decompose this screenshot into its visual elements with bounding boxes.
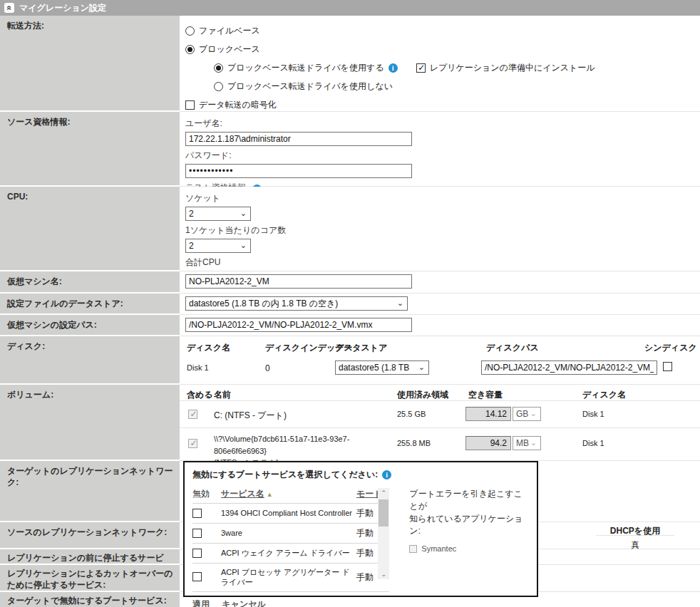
credentials-content: ユーザ名: パスワード: テスト資格情報 i xyxy=(180,112,700,187)
no-driver-label: ブロックベース転送ドライバを使用しない xyxy=(227,81,393,93)
no-driver-radio[interactable] xyxy=(214,82,223,91)
vm-config-path-input[interactable] xyxy=(185,318,412,332)
vol-col-disk: ディスク名 xyxy=(582,389,626,401)
page-title: マイグレーション設定 xyxy=(19,2,106,14)
label-services-stop-before-replication: レプリケーションの前に停止するサービス: xyxy=(0,549,180,565)
use-driver-info-icon[interactable]: i xyxy=(388,63,398,73)
label-boot-services-disable-target: ターゲットで無効にするブートサービス: xyxy=(0,592,180,607)
label-disk: ディスク: xyxy=(0,336,180,385)
disk-datastore-select[interactable]: datastore5 (1.8 TB⌄ xyxy=(335,360,429,375)
service-name: ACPI ウェイク アラーム ドライバー xyxy=(221,548,356,558)
volume-free-input[interactable]: 14.12 xyxy=(465,407,511,421)
disk-col-thin: シンディスク xyxy=(644,342,697,354)
volume-include-checkbox xyxy=(188,410,197,419)
label-vm-name: 仮想マシン名: xyxy=(0,271,180,294)
install-during-prep-label: レプリケーションの準備中にインストール xyxy=(430,62,595,74)
service-row: ACPI ウェイク アラーム ドライバー 手動 xyxy=(192,543,389,563)
dialog-title-info-icon[interactable]: i xyxy=(382,470,391,479)
service-disable-checkbox[interactable] xyxy=(192,529,202,538)
disk-col-name: ディスク名 xyxy=(187,342,230,354)
cpu-content: ソケット 2⌄ 1ソケット当たりのコア数 2⌄ 合計CPU 4 xyxy=(180,187,700,271)
cores-value: 2 xyxy=(189,241,194,251)
label-target-replication-network: ターゲットのレプリケーションネットワーク: xyxy=(0,461,180,522)
vol-col-name: 名前 xyxy=(214,389,231,401)
vol-col-free: 空き容量 xyxy=(468,389,503,401)
collapse-section-icon[interactable]: « xyxy=(4,3,14,13)
symantec-label: Symantec xyxy=(421,544,456,555)
label-source-credentials: ソース資格情報: xyxy=(0,112,180,187)
service-name: ACPI プロセッサ アグリゲーター ドライバー xyxy=(221,567,356,588)
disk-row: Disk 1 0 datastore5 (1.8 TB⌄ xyxy=(180,353,700,382)
use-driver-radio[interactable] xyxy=(214,63,223,73)
service-disable-checkbox[interactable] xyxy=(192,509,202,518)
migration-settings-page: « マイグレーション設定 転送方法: ファイルベース ブロックベース ブロックベ… xyxy=(0,0,700,607)
block-based-radio[interactable] xyxy=(185,45,195,54)
dialog-title: 無効にするブートサービスを選択してください: xyxy=(192,469,378,481)
disk-table: ディスク名 ディスクインデックス データストア ディスクパス シンディスク Di… xyxy=(180,336,700,385)
scrollbar-thumb[interactable] xyxy=(379,499,388,526)
volume-unit-value: MB xyxy=(516,438,529,448)
service-disable-checkbox[interactable] xyxy=(192,572,202,581)
label-config-datastore: 設定ファイルのデータストア: xyxy=(0,294,180,315)
cores-select[interactable]: 2⌄ xyxy=(185,239,251,253)
label-source-replication-network: ソースのレプリケーションネットワーク: xyxy=(0,522,180,549)
disk-path-input[interactable] xyxy=(481,360,657,375)
dhcp-column-header: DHCPを使用 xyxy=(596,522,674,536)
cores-label: 1ソケット当たりのコア数 xyxy=(185,224,700,237)
vm-config-path-content xyxy=(180,315,700,336)
scroll-up-icon[interactable]: ⌃ xyxy=(378,488,389,498)
section-titlebar: « マイグレーション設定 xyxy=(0,0,700,16)
sockets-select[interactable]: 2⌄ xyxy=(185,207,251,221)
volume-include-checkbox xyxy=(188,439,197,448)
apps-note: ブートエラーを引き起こすことが知られているアプリケーション: xyxy=(409,488,530,538)
volume-used: 25.5 GB xyxy=(397,410,426,418)
config-datastore-value: datastore5 (1.8 TB の内 1.8 TB の空き) xyxy=(189,298,338,310)
service-name: 3ware xyxy=(221,528,356,538)
col-service-sort-link[interactable]: サービス名 xyxy=(221,489,264,499)
vm-name-input[interactable] xyxy=(185,274,412,289)
disk-name: Disk 1 xyxy=(187,363,209,372)
scroll-down-icon[interactable]: ⌄ xyxy=(378,569,389,579)
vm-name-content xyxy=(180,271,700,294)
total-cpu-label: 合計CPU xyxy=(185,256,700,269)
sort-ascending-icon: ▲ xyxy=(267,491,273,498)
disk-index: 0 xyxy=(265,363,270,373)
label-cpu: CPU: xyxy=(0,187,180,271)
disk-col-path: ディスクパス xyxy=(486,342,539,354)
password-label: パスワード: xyxy=(185,150,700,162)
thin-disk-checkbox[interactable] xyxy=(663,362,672,371)
vol-col-used: 使用済み領域 xyxy=(397,389,448,401)
symantec-checkbox xyxy=(409,545,417,553)
known-apps-block: ブートエラーを引き起こすことが知られているアプリケーション: Symantec xyxy=(409,488,530,592)
volume-disk: Disk 1 xyxy=(582,439,604,447)
cancel-link[interactable]: キャンセル xyxy=(222,599,265,607)
username-input[interactable] xyxy=(185,132,412,146)
service-row: 1394 OHCI Compliant Host Controller 手動 xyxy=(192,503,389,523)
file-based-radio[interactable] xyxy=(185,26,195,36)
volume-unit-select: GB⌄ xyxy=(513,407,541,421)
service-row: ACPI プロセッサ アグリゲーター ドライバー 手動 xyxy=(192,563,389,592)
encrypt-data-checkbox[interactable] xyxy=(185,100,195,110)
apply-link[interactable]: 適用 xyxy=(192,599,210,607)
config-datastore-select[interactable]: datastore5 (1.8 TB の内 1.8 TB の空き)⌄ xyxy=(185,296,408,311)
volume-free-input[interactable]: 94.2 xyxy=(465,436,511,450)
col-disable: 無効 xyxy=(192,488,221,500)
use-driver-label: ブロックベース転送ドライバを使用する xyxy=(227,62,384,74)
volume-row: C: (NTFS - ブート) 25.5 GB 14.12 GB⌄ Disk 1 xyxy=(180,401,700,428)
volume-used: 255.8 MB xyxy=(397,439,431,447)
install-during-prep-checkbox[interactable] xyxy=(416,63,426,73)
config-datastore-content: datastore5 (1.8 TB の内 1.8 TB の空き)⌄ xyxy=(180,294,700,315)
vol-col-include: 含める xyxy=(187,389,213,401)
services-scrollbar[interactable]: ⌃ ⌄ xyxy=(378,488,389,579)
label-services-stop-for-cutover: レプリケーションによるカットオーバーのために停止するサービス: xyxy=(0,565,180,592)
disk-col-datastore: データストア xyxy=(335,342,387,354)
boot-services-table: 無効 サービス名▲ モード 1394 OHCI Compliant Host C… xyxy=(192,488,389,592)
label-vm-config-path: 仮想マシンの設定パス: xyxy=(0,315,180,336)
volume-unit-select: MB⌄ xyxy=(513,436,541,450)
password-input[interactable] xyxy=(185,164,412,178)
service-disable-checkbox[interactable] xyxy=(192,549,202,558)
transfer-method-content: ファイルベース ブロックベース ブロックベース転送ドライバを使用する i レプリ… xyxy=(180,16,700,112)
volume-disk: Disk 1 xyxy=(582,410,604,418)
encrypt-data-label: データ転送の暗号化 xyxy=(199,99,277,111)
file-based-label: ファイルベース xyxy=(199,25,260,37)
